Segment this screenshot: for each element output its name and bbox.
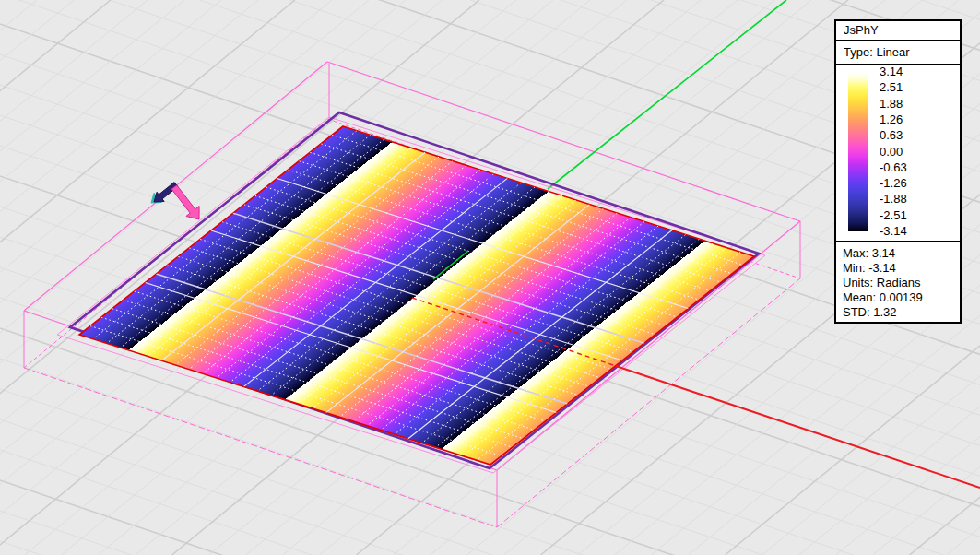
colorbar-tick: -3.14 xyxy=(880,224,907,239)
stat-max: Max: 3.14 xyxy=(843,246,960,261)
legend-panel: JsPhY Type: Linear 3.142.511.881.260.630… xyxy=(834,19,962,324)
viewport-3d[interactable]: JsPhY Type: Linear 3.142.511.881.260.630… xyxy=(0,0,980,555)
scene-canvas[interactable] xyxy=(0,0,980,555)
stat-min: Min: -3.14 xyxy=(843,261,960,276)
colorbar-tick: 3.14 xyxy=(880,65,903,79)
stat-std: STD: 1.32 xyxy=(843,305,960,320)
colorbar-tick: -0.63 xyxy=(880,160,907,175)
colorbar-gradient xyxy=(848,72,868,231)
legend-colorbar-box: 3.142.511.881.260.630.00-0.63-1.26-1.88-… xyxy=(834,64,962,242)
colorbar-tick: -1.26 xyxy=(880,176,907,191)
colorbar-tick: 0.00 xyxy=(880,145,903,159)
stat-units: Units: Radians xyxy=(843,276,960,290)
colorbar-tick: 1.26 xyxy=(880,112,903,127)
colorbar-tick: 2.51 xyxy=(880,80,903,95)
colorbar-tick: 1.88 xyxy=(880,97,903,112)
stat-mean: Mean: 0.00139 xyxy=(843,290,960,305)
colorbar-tick: -2.51 xyxy=(880,208,907,223)
legend-title: JsPhY xyxy=(834,19,962,41)
colorbar-tick: -1.88 xyxy=(880,192,907,207)
colorbar-tick: 0.63 xyxy=(880,128,903,143)
legend-scale-type: Type: Linear xyxy=(834,40,962,65)
legend-stats: Max: 3.14 Min: -3.14 Units: Radians Mean… xyxy=(834,241,962,324)
